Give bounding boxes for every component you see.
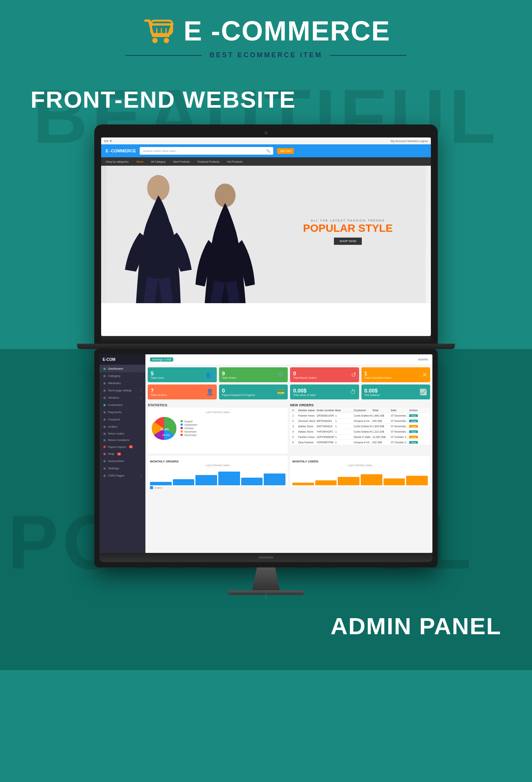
stat-payout-label: Payout Request in Progress (222, 394, 255, 396)
sidebar-item-vendors[interactable]: Vendors › (100, 394, 145, 401)
sidebar-item-cms[interactable]: CMS Pages › (100, 472, 145, 479)
view-btn-1[interactable]: View (409, 414, 418, 417)
order4-num: 4 (292, 430, 298, 433)
wp-hero-subtitle: ALL THE LATEST FASHION TRENDS (303, 219, 393, 222)
order3-ordnum: DWT33K8ZA (317, 425, 335, 428)
wp-shopby[interactable]: Shop by categories (106, 160, 129, 163)
order1-vendor: Fashion Nova (298, 414, 317, 417)
sidebar-item-attributes[interactable]: Attributes (100, 380, 145, 387)
order3-num: 3 (292, 425, 298, 428)
brand-title: E -COMMERCE (184, 15, 390, 47)
cancelled-icon: ✕ (422, 371, 427, 378)
order1-total: 1,990.20$ (372, 414, 391, 417)
stat-payout-num: 0 (222, 388, 255, 394)
user-bar-5 (384, 478, 405, 485)
vendors-chevron: › (140, 396, 142, 399)
monitor-mockup: E-COM Dashboard Category › (94, 349, 438, 601)
wp-shop-btn[interactable]: SHOP NOW (334, 238, 361, 245)
stat-total-users: 5 Total Users 👥 (148, 367, 217, 382)
stat-return-num: 0 (293, 370, 316, 376)
wp-hero-title-accent: STYLE (358, 222, 393, 234)
monitor-container: E-COM Dashboard Category › (0, 349, 532, 601)
order2-vendor: Jhonson Store (298, 420, 317, 422)
cart-icon (142, 17, 176, 45)
stat-payout: 0 Payout Request in Progress 💳 (219, 385, 288, 399)
view-btn-6[interactable]: View (409, 441, 418, 444)
bar-5 (241, 478, 263, 485)
admin-content-area: STATISTICS Last 6 Months Sales (145, 402, 432, 454)
wp-nav-allcat[interactable]: All Category (151, 160, 166, 163)
order4-action[interactable]: View (409, 430, 428, 433)
sidebar-item-customers[interactable]: Customers (100, 401, 145, 409)
order6-customer: Gregory A Villanueva (354, 441, 372, 444)
sidebar-item-category[interactable]: Category › (100, 372, 145, 380)
view-btn-2[interactable]: View (409, 420, 418, 422)
sidebar-item-settings[interactable]: Settings (100, 465, 145, 472)
vendors-icon: 👤 (206, 388, 214, 396)
order1-customer: Curtis Estela M (354, 414, 372, 417)
sidebar-attributes-label: Attributes (108, 381, 121, 385)
wp-nav-new[interactable]: New Products (173, 160, 190, 163)
view-btn-3[interactable]: View (409, 425, 418, 428)
monitor-screen: E-COM Dashboard Category › (100, 354, 432, 553)
view-btn-4[interactable]: View (409, 430, 418, 433)
order3-vendor: Adidas Store (298, 425, 317, 428)
top-section: E -COMMERCE BEST ECOMMERCE ITEM (0, 0, 532, 71)
legend-sep-label: September (184, 423, 197, 426)
order6-qty: 1 (335, 441, 354, 444)
help-badge: ● (117, 452, 121, 456)
sidebar-category-label: Category (108, 374, 120, 378)
wp-nav-hot[interactable]: Hot Products (227, 160, 242, 163)
sidebar-item-return-orders[interactable]: Return orders (100, 430, 145, 437)
wp-search-icon: 🔍 (266, 149, 270, 153)
order4-ordnum: 7HF25K4QFC (317, 430, 335, 433)
order1-action[interactable]: View (409, 414, 428, 417)
stat-total-orders: 9 Total Orders 🛒 (219, 367, 288, 382)
sidebar-item-dashboard[interactable]: Dashboard (100, 365, 145, 372)
sidebar-item-payments[interactable]: Payments (100, 409, 145, 416)
sidebar-item-orders[interactable]: Orders (100, 423, 145, 430)
monthly-orders-title: MONTHLY ORDERS (150, 458, 285, 464)
sidebar-item-payout[interactable]: Payout request ● (100, 443, 145, 450)
order6-action[interactable]: View (409, 441, 428, 444)
pie-chart: 31.4% 40.3% August (151, 415, 285, 442)
order5-date: 07 October 2021 (391, 436, 409, 438)
stat-vendors-num: 7 (151, 388, 167, 394)
wp-search[interactable]: Search entire store here... 🔍 (140, 147, 273, 155)
wp-nav-home[interactable]: Home (136, 160, 143, 163)
order5-qty: 1 (335, 436, 354, 438)
sidebar-item-homepages[interactable]: Home page settings › (100, 387, 145, 394)
monthly-orders-chart: MONTHLY ORDERS Last 6 Months Sales (148, 456, 288, 486)
bar-3 (195, 475, 217, 485)
sidebar-item-return-conditions[interactable]: Return Conditions (100, 437, 145, 443)
admin-sidebar-logo: E-COM (100, 354, 145, 365)
wp-nav-featured[interactable]: Featured Products (197, 160, 219, 163)
view-btn-5[interactable]: View (409, 436, 418, 438)
monitor-bezel-bottom (100, 553, 432, 562)
sidebar-item-subscribers[interactable]: Subscribers (100, 457, 145, 465)
sidebar-item-help[interactable]: Help ● (100, 450, 145, 457)
monthly-users-bar-chart (292, 468, 428, 485)
order3-action[interactable]: View (409, 425, 428, 428)
order-row-2: 2 Jhonson Store M8TIKAN4I2 1 Gregory A V… (290, 418, 430, 424)
wp-hero-text: ALL THE LATEST FASHION TRENDS POPULAR ST… (303, 219, 393, 245)
sidebar-cms-label: CMS Pages (108, 474, 124, 477)
orders-table-header: # Vendor name Order number Num Customer … (290, 408, 430, 413)
col-qty: Num (335, 409, 354, 412)
sidebar-item-coupons[interactable]: Coupons (100, 416, 145, 423)
order5-num: 5 (292, 436, 298, 438)
users-icon: 👥 (206, 371, 214, 378)
legend-dot-oct (181, 427, 183, 429)
bar-6 (264, 473, 285, 486)
bar-2 (173, 479, 195, 485)
order5-action[interactable]: View (409, 436, 428, 438)
wp-cart-btn[interactable]: My Cart (277, 148, 294, 154)
order6-vendor: Zara Fashion (298, 441, 317, 444)
clock-icon: ⏱ (350, 389, 356, 396)
stat-users-label: Total Users (151, 376, 164, 379)
settings-dot (103, 467, 106, 470)
pie-svg: 31.4% 40.3% (151, 415, 177, 442)
order2-action[interactable]: View (409, 420, 428, 422)
wp-nav2: Shop by categories Home All Category New… (101, 157, 431, 166)
order5-vendor: Fashion Nova (298, 436, 317, 438)
